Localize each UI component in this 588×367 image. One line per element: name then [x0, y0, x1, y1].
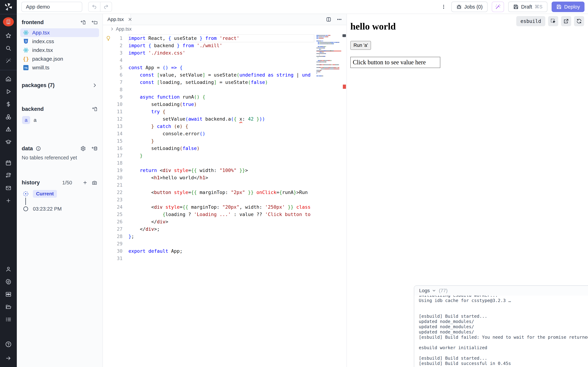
css-icon: 3: [23, 39, 29, 44]
draft-label: Draft: [521, 4, 532, 10]
file-row-wmill-ts[interactable]: TS wmill.ts: [20, 63, 99, 72]
chevron-down-icon: [432, 289, 436, 293]
packages-section-header[interactable]: packages (7): [17, 82, 103, 89]
file-row-index-tsx[interactable]: index.tsx: [20, 46, 99, 55]
ai-wand-icon[interactable]: [0, 55, 17, 67]
folders-icon[interactable]: [0, 300, 17, 313]
backend-section-header: backend: [17, 105, 103, 113]
code-line: 12 setValue(await backend.a({ x: 42 })): [103, 115, 346, 123]
windmill-logo-icon: [4, 2, 13, 12]
code-line: 6 const [value, setValue] = useState(und…: [103, 71, 346, 79]
workspace-icon[interactable]: [0, 14, 17, 29]
draft-button[interactable]: Draft ⌘S: [508, 1, 547, 12]
app-preview-panel: esbuild hello world Run 'a' Click button…: [346, 14, 588, 367]
info-icon[interactable]: [36, 146, 41, 151]
code-line: 3import './index.css': [103, 49, 346, 57]
code-line: 2import { backend } from './wmill': [103, 42, 346, 49]
draft-shortcut: ⌘S: [535, 4, 543, 10]
add-folder-icon[interactable]: [91, 20, 97, 25]
code-line: 30export default App;: [103, 248, 346, 255]
scrollbar-thumb[interactable]: [343, 34, 346, 37]
minimap[interactable]: [316, 35, 341, 78]
redo-button[interactable]: [100, 2, 112, 12]
deploy-button[interactable]: Deploy: [552, 1, 585, 12]
resources-cubes-icon[interactable]: [0, 110, 17, 123]
deploy-label: Deploy: [564, 4, 580, 10]
history-entry-current[interactable]: Current: [23, 190, 103, 198]
editor-scrollbar[interactable]: [342, 33, 346, 330]
code-line: 17 }: [103, 152, 346, 159]
learn-graduation-icon[interactable]: [0, 136, 17, 148]
magic-wand-icon: [495, 4, 501, 10]
flows-route-icon[interactable]: [0, 169, 17, 182]
logs-dropdown[interactable]: Logs: [419, 288, 436, 293]
bundler-badge[interactable]: esbuild: [516, 16, 545, 26]
backend-script-row[interactable]: a a: [17, 116, 103, 124]
code-line: 18: [103, 159, 346, 167]
code-line: 16 setLoading(false): [103, 145, 346, 152]
logs-count: (77): [439, 288, 448, 293]
jobs-button[interactable]: Jobs (0): [451, 1, 488, 12]
refresh-preview-button[interactable]: [574, 16, 584, 26]
ai-assistant-button[interactable]: [492, 1, 504, 12]
undo-button[interactable]: [88, 2, 100, 12]
inspect-element-button[interactable]: [548, 16, 558, 26]
file-name: package.json: [32, 56, 63, 62]
code-line: 8: [103, 86, 346, 93]
data-settings-gear-icon[interactable]: [80, 146, 86, 151]
mail-icon[interactable]: [0, 182, 17, 194]
windmill-logo[interactable]: [0, 0, 17, 14]
settings-gear-icon[interactable]: [0, 275, 17, 288]
split-editor-icon[interactable]: [326, 17, 331, 22]
add-plus-icon[interactable]: [0, 194, 17, 207]
home-icon[interactable]: [0, 73, 17, 85]
search-icon[interactable]: [0, 42, 17, 55]
schedules-pyramid-icon[interactable]: [0, 123, 17, 136]
help-icon[interactable]: [0, 338, 17, 350]
breadcrumb-file: App.tsx: [116, 26, 132, 32]
code-line: 25 {loading ? 'Loading ...' : value ?? '…: [103, 211, 346, 218]
code-lines: 1import React, { useState } from 'react'…: [103, 35, 346, 262]
history-count: 1/50: [62, 180, 72, 186]
data-section-header: data: [17, 145, 103, 152]
user-icon[interactable]: [0, 263, 17, 275]
workers-icon[interactable]: [0, 288, 17, 300]
expand-arrow-icon[interactable]: [0, 352, 17, 365]
camera-icon[interactable]: [92, 180, 97, 185]
add-file-icon[interactable]: [91, 106, 97, 112]
current-badge: Current: [33, 190, 57, 198]
code-line: 22 <button style={{ marginTop: "2px" }} …: [103, 189, 346, 196]
open-external-button[interactable]: [561, 16, 571, 26]
history-entry-time[interactable]: 03:23:22 PM: [23, 205, 103, 213]
code-area[interactable]: 1import React, { useState } from 'react'…: [103, 33, 346, 330]
code-line: 10 setLoading(true): [103, 101, 346, 108]
audit-logs-icon[interactable]: [0, 313, 17, 326]
logs-output: Initializing esbuild worker... Using idb…: [414, 293, 588, 366]
more-menu-icon[interactable]: [440, 2, 447, 12]
add-database-icon[interactable]: [91, 146, 97, 151]
runs-play-icon[interactable]: [0, 85, 17, 98]
file-row-package-json[interactable]: {} package.json: [20, 55, 99, 63]
tab-label: App.tsx: [107, 17, 124, 22]
script-badge: a: [22, 116, 30, 124]
app-name-input[interactable]: [21, 2, 82, 12]
close-tab-icon[interactable]: [128, 17, 132, 22]
calendar-icon[interactable]: [0, 157, 17, 169]
editor-more-icon[interactable]: [337, 17, 342, 22]
code-line: 23: [103, 196, 346, 203]
logs-header: Logs (77): [414, 286, 588, 296]
add-file-icon[interactable]: [80, 20, 86, 25]
favorites-star-icon[interactable]: [0, 29, 17, 42]
add-snapshot-icon[interactable]: [83, 180, 87, 185]
file-row-index-css[interactable]: 3 index.css: [20, 37, 99, 46]
run-a-button[interactable]: Run 'a': [350, 41, 371, 50]
variables-dollar-icon[interactable]: [0, 98, 17, 110]
quick-fix-lightbulb-icon[interactable]: [106, 36, 111, 42]
tab-app-tsx[interactable]: App.tsx: [103, 14, 131, 25]
left-nav-rail: [0, 0, 17, 367]
chevron-right-icon: [92, 83, 97, 88]
breadcrumb[interactable]: App.tsx: [103, 25, 346, 33]
file-row-app-tsx[interactable]: App.tsx: [20, 28, 99, 37]
backend-title: backend: [22, 106, 44, 112]
save-icon: [513, 4, 519, 10]
